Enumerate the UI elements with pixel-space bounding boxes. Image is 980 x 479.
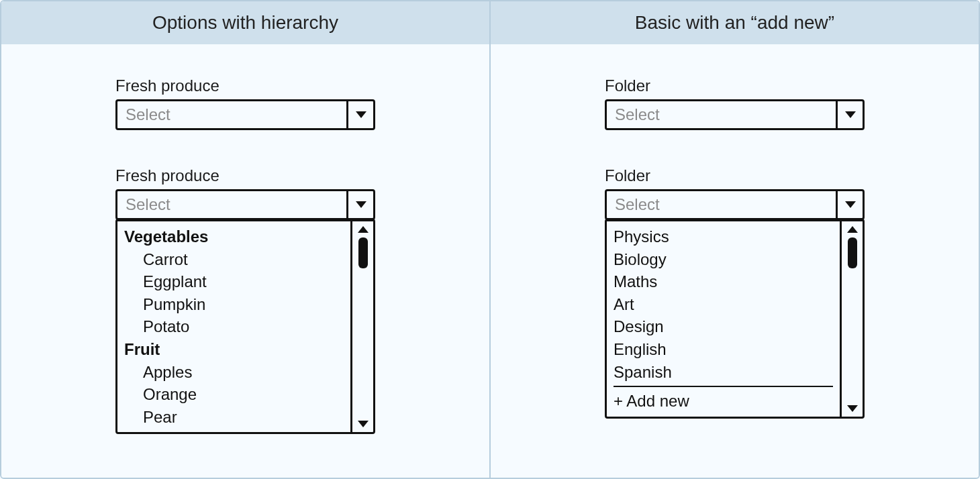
option-maths[interactable]: Maths (614, 270, 833, 293)
chevron-down-icon (346, 191, 373, 218)
field-fresh-produce-closed: Fresh produce Select (115, 76, 375, 130)
panel-hierarchy-title: Options with hierarchy (1, 1, 489, 44)
scrollbar[interactable] (350, 221, 373, 432)
select-folder-open[interactable]: Select (605, 189, 865, 220)
group-vegetables: Vegetables (124, 225, 344, 248)
field-label-folder-1: Folder (605, 76, 865, 95)
option-eggplant[interactable]: Eggplant (124, 270, 344, 293)
select-fresh-produce-closed[interactable]: Select (115, 99, 375, 130)
group-fruit: Fruit (124, 338, 344, 361)
option-pumpkin[interactable]: Pumpkin (124, 293, 344, 316)
option-physics[interactable]: Physics (614, 225, 833, 248)
scroll-up-icon[interactable] (842, 223, 863, 236)
dropdown-hierarchy: Vegetables Carrot Eggplant Pumpkin Potat… (115, 219, 375, 434)
option-carrot[interactable]: Carrot (124, 248, 344, 271)
field-label-folder-2: Folder (605, 166, 865, 185)
layout-container: Options with hierarchy Fresh produce Sel… (0, 0, 980, 479)
scrollbar[interactable] (840, 221, 863, 417)
option-orange[interactable]: Orange (124, 383, 344, 406)
select-placeholder: Select (607, 101, 836, 128)
scroll-track[interactable] (352, 236, 373, 417)
field-label-fresh-produce-1: Fresh produce (115, 76, 375, 95)
option-biology[interactable]: Biology (614, 248, 833, 271)
select-placeholder: Select (117, 101, 346, 128)
field-fresh-produce-open: Fresh produce Select Vegetables Carrot E… (115, 166, 375, 434)
option-pear[interactable]: Pear (124, 406, 344, 429)
panel-hierarchy: Options with hierarchy Fresh produce Sel… (1, 1, 491, 478)
scroll-down-icon[interactable] (352, 417, 373, 431)
scroll-thumb[interactable] (848, 237, 857, 268)
panel-add-new: Basic with an “add new” Folder Select Fo… (491, 1, 979, 478)
field-label-fresh-produce-2: Fresh produce (115, 166, 375, 185)
scroll-down-icon[interactable] (842, 402, 863, 415)
option-art[interactable]: Art (614, 293, 833, 316)
add-new-option[interactable]: + Add new (614, 386, 833, 413)
panel-hierarchy-body: Fresh produce Select Fresh produce Selec… (1, 44, 489, 478)
select-placeholder: Select (607, 191, 836, 218)
field-folder-closed: Folder Select (605, 76, 865, 130)
panel-add-new-title: Basic with an “add new” (491, 1, 979, 44)
option-english[interactable]: English (614, 338, 833, 361)
dropdown-content: Physics Biology Maths Art Design English… (607, 221, 840, 417)
select-folder-closed[interactable]: Select (605, 99, 865, 130)
scroll-thumb[interactable] (358, 237, 368, 268)
option-design[interactable]: Design (614, 315, 833, 338)
dropdown-content: Vegetables Carrot Eggplant Pumpkin Potat… (117, 221, 350, 432)
select-fresh-produce-open[interactable]: Select (115, 189, 375, 220)
panel-add-new-body: Folder Select Folder Select Physics Biol… (491, 44, 979, 478)
chevron-down-icon (836, 191, 863, 218)
option-potato[interactable]: Potato (124, 315, 344, 338)
select-placeholder: Select (117, 191, 346, 218)
scroll-up-icon[interactable] (352, 223, 373, 236)
chevron-down-icon (346, 101, 373, 128)
dropdown-folder: Physics Biology Maths Art Design English… (605, 219, 865, 419)
option-spanish[interactable]: Spanish (614, 361, 833, 384)
scroll-track[interactable] (842, 236, 863, 402)
option-apples[interactable]: Apples (124, 361, 344, 384)
field-folder-open: Folder Select Physics Biology Maths Art … (605, 166, 865, 419)
chevron-down-icon (836, 101, 863, 128)
